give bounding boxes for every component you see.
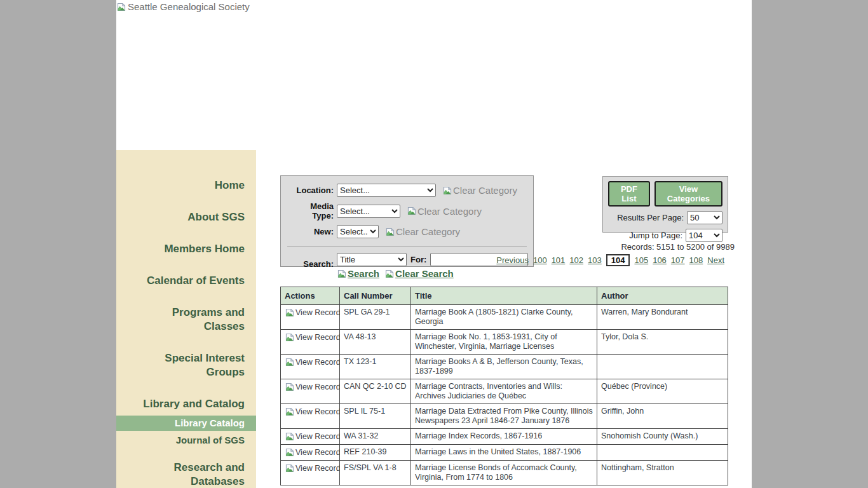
clear-category-location[interactable]: Clear Category <box>442 185 517 196</box>
cell-author: Griffin, John <box>597 404 728 429</box>
broken-image-icon <box>116 2 126 12</box>
clear-category-media-type[interactable]: Clear Category <box>407 206 482 217</box>
table-row: View Record WA 31-32 Marriage Index Reco… <box>281 429 728 445</box>
clear-category-new[interactable]: Clear Category <box>385 226 460 237</box>
pagination-page-101[interactable]: 101 <box>552 255 566 265</box>
cell-call-number: CAN QC 2-10 CD <box>340 379 411 404</box>
search-field-select[interactable]: Title <box>337 253 407 266</box>
cell-title: Marriage Index Records, 1867-1916 <box>411 429 597 445</box>
table-row: View Record FS/SPL VA 1-8 Marriage Licen… <box>281 461 728 485</box>
cell-call-number: REF 210-39 <box>340 445 411 461</box>
broken-image-icon <box>285 332 295 342</box>
header-author: Author <box>597 287 728 305</box>
results-table: Actions Call Number Title Author View Re… <box>280 287 728 485</box>
sidebar-nav: Home About SGS Members Home Calendar of … <box>116 150 256 488</box>
cell-author <box>597 355 728 379</box>
cell-call-number: VA 48-13 <box>340 330 411 355</box>
pdf-list-button[interactable]: PDF List <box>608 181 650 207</box>
cell-call-number: SPL IL 75-1 <box>340 404 411 429</box>
cell-author: Tylor, Dola S. <box>597 330 728 355</box>
pagination-previous[interactable]: Previous <box>496 255 529 265</box>
table-row: View Record SPL GA 29-1 Marriage Book A … <box>281 305 728 330</box>
jump-to-page-select[interactable]: 104 <box>686 229 722 242</box>
for-label: For: <box>410 255 426 264</box>
cell-author: Snohomish County (Wash.) <box>597 429 728 445</box>
broken-image-icon <box>384 269 395 279</box>
filter-box: Location: Select... Clear Category Media… <box>280 175 534 267</box>
results-per-page-select[interactable]: 50 <box>687 211 722 224</box>
sidebar-item-programs-classes[interactable]: Programs and Classes <box>116 306 256 334</box>
sidebar-item-about-sgs[interactable]: About SGS <box>116 210 256 224</box>
results-control-panel: PDF List View Categories Results Per Pag… <box>602 176 728 233</box>
header-title: Title <box>411 287 597 305</box>
search-link[interactable]: Search <box>337 268 379 279</box>
table-row: View Record SPL IL 75-1 Marriage Data Ex… <box>281 404 728 429</box>
table-row: View Record TX 123-1 Marriage Books A & … <box>281 355 728 379</box>
results-per-page-label: Results Per Page: <box>617 213 684 222</box>
filter-divider <box>287 246 527 247</box>
cell-call-number: TX 123-1 <box>340 355 411 379</box>
site-logo-alt-text: Seattle Genealogical Society <box>128 1 250 12</box>
media-type-filter-row: Media Type: Select... Clear Category <box>287 201 527 220</box>
cell-author: Nottingham, Stratton <box>597 461 728 485</box>
pagination-page-100[interactable]: 100 <box>533 255 547 265</box>
new-select[interactable]: Select... <box>337 225 379 238</box>
broken-image-icon <box>442 186 452 196</box>
cell-author: Warren, Mary Bondurant <box>597 305 728 330</box>
records-count: Records: 5151 to 5200 of 9989 <box>621 242 735 252</box>
sidebar-item-journal[interactable]: Journal of SGS <box>116 433 256 447</box>
view-record-link[interactable]: View Record <box>285 382 336 392</box>
sidebar-item-library-catalog-active[interactable]: Library Catalog <box>116 416 256 431</box>
broken-image-icon <box>337 269 347 279</box>
pagination-page-108[interactable]: 108 <box>689 255 703 265</box>
cell-title: Marriage License Bonds of Accomack Count… <box>411 461 597 485</box>
cell-call-number: WA 31-32 <box>340 429 411 445</box>
view-record-link[interactable]: View Record <box>285 407 336 417</box>
location-select[interactable]: Select... <box>337 184 436 197</box>
cell-call-number: SPL GA 29-1 <box>340 305 411 330</box>
new-label: New: <box>287 227 337 236</box>
cell-title: Marriage Books A & B, Jefferson County, … <box>411 355 597 379</box>
content-wrapper: Seattle Genealogical Society Home About … <box>116 0 752 488</box>
view-record-link[interactable]: View Record <box>285 447 336 458</box>
sidebar-item-members-home[interactable]: Members Home <box>116 242 256 256</box>
view-categories-button[interactable]: View Categories <box>654 181 722 207</box>
pagination-next[interactable]: Next <box>707 255 724 265</box>
pagination-page-107[interactable]: 107 <box>671 255 685 265</box>
location-label: Location: <box>287 186 337 195</box>
sidebar-item-special-interest[interactable]: Special Interest Groups <box>116 351 256 379</box>
pagination-page-105[interactable]: 105 <box>634 255 648 265</box>
view-record-link[interactable]: View Record <box>285 463 336 473</box>
jump-to-page-label: Jump to Page: <box>629 231 682 240</box>
cell-title: Marriage Laws in the United States, 1887… <box>411 445 597 461</box>
cell-title: Marriage Book No. 1, 1853-1931, City of … <box>411 330 597 355</box>
clear-search-link[interactable]: Clear Search <box>384 268 454 279</box>
broken-image-icon <box>285 431 295 442</box>
broken-image-icon <box>407 206 417 216</box>
search-label: Search: <box>287 253 337 279</box>
sidebar-item-calendar[interactable]: Calendar of Events <box>116 274 256 288</box>
table-row: View Record CAN QC 2-10 CD Marriage Cont… <box>281 379 728 404</box>
header-call-number: Call Number <box>340 287 411 305</box>
sidebar-item-home[interactable]: Home <box>116 179 256 193</box>
view-record-link[interactable]: View Record <box>285 357 336 367</box>
location-filter-row: Location: Select... Clear Category <box>287 184 527 197</box>
broken-image-icon <box>285 447 295 458</box>
cell-title: Marriage Book A (1805-1821) Clarke Count… <box>411 305 597 330</box>
pagination-page-106[interactable]: 106 <box>653 255 667 265</box>
cell-author <box>597 445 728 461</box>
view-record-link[interactable]: View Record <box>285 431 336 442</box>
view-record-link[interactable]: View Record <box>285 332 336 342</box>
broken-image-icon <box>285 463 295 473</box>
pagination-page-102[interactable]: 102 <box>569 255 583 265</box>
search-row: Search: Title For: Search Cl <box>287 253 527 279</box>
view-record-link[interactable]: View Record <box>285 308 336 318</box>
broken-image-icon <box>285 407 295 417</box>
broken-image-icon <box>285 357 295 367</box>
results-per-page-row: Results Per Page: 50 <box>608 211 722 224</box>
sidebar-item-research-databases[interactable]: Research and Databases <box>116 461 256 488</box>
sidebar-item-library-catalog-parent[interactable]: Library and Catalog <box>116 397 256 411</box>
media-type-select[interactable]: Select... <box>337 205 400 218</box>
pagination-page-103[interactable]: 103 <box>588 255 602 265</box>
broken-image-icon <box>285 382 295 392</box>
